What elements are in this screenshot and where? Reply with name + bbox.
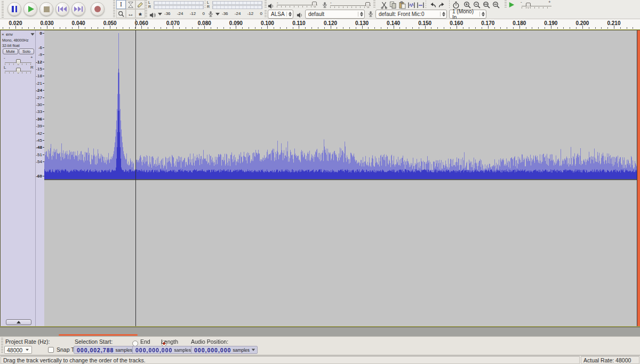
meter-scale-value: -36 (164, 11, 171, 16)
db-ruler-label: -21 (36, 80, 42, 85)
track-control-panel[interactable]: × env Mono, 48000Hz 32-bit float Mute So… (1, 30, 36, 326)
track-menu-caret-icon[interactable] (30, 33, 34, 36)
pan-left-label: L (4, 65, 6, 70)
selection-toolbar-gripper[interactable] (1, 338, 3, 354)
redo-button[interactable] (438, 1, 446, 9)
silence-audio-button[interactable] (416, 1, 425, 9)
vertical-scrollbar[interactable] (637, 30, 640, 326)
db-ruler-label: -60 (36, 174, 42, 179)
db-ruler-label: 0 (40, 31, 42, 36)
playback-device-select[interactable]: default (305, 10, 365, 19)
meter-scale-value: -12 (247, 11, 254, 16)
multi-tool-button[interactable]: * (135, 9, 145, 18)
timeline-tick (482, 27, 482, 29)
timeline-tick (9, 27, 10, 29)
meter-scale-value: -36 (222, 11, 228, 16)
project-rate-select[interactable]: 48000 (4, 346, 32, 354)
fit-project-button[interactable] (492, 1, 500, 9)
playback-meter-menu-caret-icon[interactable] (158, 13, 162, 15)
track-collapse-button[interactable] (6, 319, 31, 325)
timeline-tick (15, 26, 16, 29)
device-toolbar-gripper[interactable] (265, 10, 267, 18)
meter-scale-value: -12 (190, 11, 196, 16)
db-ruler-label: -54 (36, 159, 42, 164)
timeline-tick (627, 27, 627, 29)
solo-button[interactable]: Solo (19, 48, 34, 54)
timeline-tick (293, 27, 293, 29)
speed-slider-max-label: + (548, 0, 551, 4)
undo-button[interactable] (428, 1, 437, 9)
timeline-tick (349, 27, 350, 29)
play-at-speed-button[interactable] (509, 1, 518, 9)
project-rate-value: 48000 (7, 347, 25, 353)
waveform-area[interactable] (44, 30, 637, 326)
selection-start-value: 000,002,788 (77, 347, 114, 353)
transcription-toolbar-gripper[interactable] (505, 1, 507, 9)
track-format-line1: Mono, 48000Hz (2, 38, 28, 42)
host-select[interactable]: ALSA (268, 10, 293, 19)
selection-start-field[interactable]: 000,002,788 samples (74, 346, 140, 354)
horizontal-scrollbar-thumb[interactable] (59, 334, 138, 336)
timeline-tick (570, 27, 570, 29)
snap-to-checkbox[interactable] (48, 347, 54, 353)
recording-channels-select[interactable]: 1 (Mono) In (449, 10, 486, 19)
timeline-tick (91, 27, 92, 29)
horizontal-scrollbar-track[interactable] (0, 327, 640, 336)
trim-audio-button[interactable] (407, 1, 415, 9)
recording-meter-mic-icon[interactable] (208, 10, 213, 17)
cut-button[interactable] (380, 1, 388, 9)
zoom-tool-button[interactable] (116, 9, 126, 18)
selection-length-field[interactable]: 000,000,000 samples (132, 346, 199, 354)
vertical-db-ruler[interactable]: 0-6-9-12-15-18-21-24-27-30-33-36-39-42-4… (36, 30, 44, 326)
recording-device-select[interactable]: default: Front Mic:0 (375, 10, 447, 19)
timeline-tick (457, 26, 457, 29)
audio-position-field[interactable]: 000,000,000 samples (191, 346, 258, 354)
status-bar: Drag the track vertically to change the … (0, 355, 640, 364)
timeline-tick (154, 27, 155, 29)
timeshift-tool-button[interactable]: ↔ (126, 9, 135, 18)
host-spin-icon (286, 12, 292, 17)
track-close-button[interactable]: × (2, 32, 6, 37)
zoom-in-icon (463, 1, 471, 9)
fit-selection-button[interactable] (482, 1, 491, 9)
speed-slider[interactable] (522, 6, 551, 6)
timeline-tick (186, 27, 186, 29)
playback-meter-speaker-icon[interactable] (149, 11, 156, 17)
timeline-tick (53, 27, 54, 29)
timeline-tick (34, 27, 35, 29)
timeline-tick (337, 27, 337, 29)
timeline-tick (161, 27, 161, 29)
mute-button[interactable]: Mute (3, 48, 18, 54)
timeline-tick (236, 26, 236, 29)
multi-tool-icon: * (139, 13, 142, 18)
speed-slider-min-label: - (521, 0, 522, 4)
timeline-tick (406, 27, 406, 29)
copy-button[interactable] (389, 1, 397, 9)
recording-device-mic-icon (368, 10, 373, 17)
timeline-tick (343, 27, 343, 29)
timeline-tick (362, 26, 363, 29)
timeline-ruler[interactable]: 0.0200.0300.0400.0500.0600.0700.0800.090… (0, 19, 640, 29)
track-title-bar[interactable]: × env (2, 31, 35, 37)
timeline-tick (475, 27, 476, 29)
timeline-tick (211, 27, 211, 29)
recording-meter-menu-caret-icon[interactable] (215, 13, 220, 15)
timeline-tick (532, 27, 532, 29)
db-ruler-label: -30 (36, 102, 42, 107)
fit-project-icon (492, 1, 500, 9)
timeline-tick (129, 27, 130, 29)
db-ruler-label: -9 (38, 52, 42, 57)
timeline-tick (318, 27, 318, 29)
paste-button[interactable] (398, 1, 406, 9)
timeline-tick (488, 26, 489, 29)
gain-slider[interactable] (5, 62, 31, 63)
db-ruler-label: -42 (36, 131, 42, 135)
playback-device-speaker-icon (297, 11, 303, 17)
timeline-tick (526, 27, 526, 29)
timeline-tick (311, 27, 312, 29)
meter-scale-value: 0 (203, 11, 205, 16)
pan-slider[interactable] (5, 71, 31, 71)
timeline-tick (607, 27, 608, 29)
collapse-arrow-icon (17, 321, 21, 323)
waveform-canvas[interactable] (44, 30, 637, 326)
